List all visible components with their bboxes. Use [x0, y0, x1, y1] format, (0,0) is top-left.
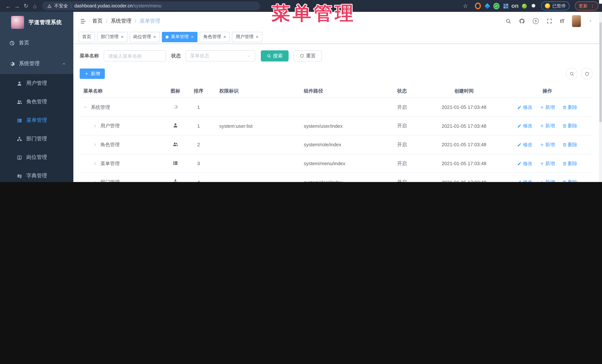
bookmark-star-icon[interactable]: ☆ [463, 3, 468, 9]
row-permission [209, 154, 298, 173]
expand-icon[interactable] [93, 124, 98, 128]
extension-icon[interactable] [503, 3, 509, 9]
extension-icon[interactable]: ✓ [494, 3, 499, 9]
menu-name-input[interactable] [104, 50, 166, 62]
expand-icon[interactable] [93, 161, 98, 166]
browser-back-icon[interactable]: ← [4, 1, 13, 10]
browser-forward-icon[interactable]: → [13, 1, 22, 10]
search-button[interactable]: 搜索 [261, 50, 289, 62]
toggle-search-button[interactable] [566, 68, 578, 80]
page-scrollbar[interactable] [599, 12, 602, 182]
delete-link[interactable]: 删除 [562, 141, 577, 148]
sidebar-item-icon [17, 173, 22, 179]
col-status: 状态 [378, 84, 426, 98]
row-menu-icon [173, 104, 178, 110]
table-row: 部门管理 4 system/dept/index 开启 2021-01-05 1… [80, 173, 593, 182]
add-button[interactable]: 新增 [80, 69, 105, 79]
sidebar-item-post[interactable]: 岗位管理 [0, 148, 73, 167]
browser-update-button[interactable]: 更新⋮ [575, 1, 598, 10]
help-icon[interactable]: ? [533, 18, 539, 24]
extension-icon[interactable]: on [512, 3, 518, 9]
menu-name-label: 菜单名称 [80, 52, 99, 59]
content-area: 首页 / 系统管理 / 菜单管理 ? tT 首页 部门管理 × [73, 12, 599, 182]
table-row: 用户管理 1 system:user:list system/user/inde… [80, 117, 593, 135]
url-text: dashboard.yudao.iocoder.cn/system/menu [75, 3, 161, 9]
app-logo-row[interactable]: 芋道管理系统 [0, 12, 73, 32]
security-label[interactable]: 不安全 [54, 3, 68, 9]
close-icon[interactable]: × [223, 34, 226, 39]
edit-link[interactable]: 修改 [517, 141, 533, 148]
col-component-path: 组件路径 [298, 84, 378, 98]
expand-icon[interactable] [83, 105, 89, 109]
kebab-menu-icon[interactable]: ⋮ [591, 3, 595, 8]
refresh-table-button[interactable] [581, 68, 593, 80]
user-avatar[interactable] [572, 15, 581, 27]
breadcrumb-home[interactable]: 首页 [92, 18, 103, 24]
extension-icon[interactable] [521, 3, 527, 9]
view-tab[interactable]: 岗位管理 × [129, 32, 160, 42]
sidebar-item-icon [9, 61, 15, 66]
sidebar-item-label: 岗位管理 [26, 154, 47, 161]
sidebar-item-users[interactable]: 角色管理 [0, 93, 73, 111]
profile-paused-badge[interactable]: 已暂停 [541, 1, 570, 10]
edit-link[interactable]: 修改 [517, 160, 533, 167]
browser-reload-icon[interactable]: ↻ [22, 1, 30, 10]
row-component-path [298, 98, 378, 117]
delete-link[interactable]: 删除 [562, 160, 577, 167]
add-link[interactable]: 新增 [540, 141, 555, 148]
reset-button[interactable]: 重置 [294, 50, 322, 62]
edit-link[interactable]: 修改 [517, 123, 533, 129]
breadcrumb-system[interactable]: 系统管理 [111, 18, 131, 24]
view-tab[interactable]: 角色管理 × [200, 32, 230, 42]
trash-icon [562, 161, 567, 166]
sidebar-item-user[interactable]: 用户管理 [0, 74, 73, 93]
view-tab[interactable]: 部门管理 × [97, 32, 127, 42]
row-menu-icon [173, 141, 178, 147]
add-link[interactable]: 新增 [540, 179, 555, 182]
extension-icon[interactable] [484, 3, 490, 9]
add-link[interactable]: 新增 [540, 104, 555, 111]
sidebar-item-label: 菜单管理 [26, 117, 47, 124]
extensions-puzzle-icon[interactable] [530, 3, 537, 9]
sidebar-item-icon [17, 99, 22, 104]
delete-link[interactable]: 删除 [562, 179, 577, 182]
address-bar[interactable]: 不安全 | dashboard.yudao.iocoder.cn/system/… [42, 1, 260, 10]
view-tab[interactable]: 菜单管理 × [162, 32, 197, 42]
edit-pencil-icon [517, 105, 522, 110]
add-link[interactable]: 新增 [540, 160, 555, 167]
extension-icon[interactable] [475, 3, 481, 9]
close-icon[interactable]: × [121, 34, 124, 39]
view-tab[interactable]: 首页 [78, 32, 95, 42]
row-component-path: system/menu/index [298, 154, 378, 173]
edit-link[interactable]: 修改 [517, 179, 533, 182]
app-title: 芋道管理系统 [29, 19, 62, 26]
search-icon[interactable] [505, 18, 511, 24]
sidebar-item-dict[interactable]: 字典管理 [0, 167, 73, 182]
status-select[interactable]: 菜单状态 [186, 50, 255, 62]
sidebar-item-gear[interactable]: 系统管理 [0, 53, 73, 74]
fullscreen-icon[interactable] [547, 18, 552, 24]
close-icon[interactable]: × [153, 34, 156, 39]
sidebar-item-dashboard[interactable]: 首页 [0, 32, 73, 53]
font-size-icon[interactable]: tT [560, 18, 564, 24]
edit-link[interactable]: 修改 [517, 104, 533, 111]
close-icon[interactable]: × [256, 34, 258, 39]
row-permission: system:user:list [209, 117, 298, 135]
view-tab[interactable]: 用户管理 × [232, 32, 262, 42]
browser-home-icon[interactable]: ⌂ [30, 1, 39, 10]
delete-link[interactable]: 删除 [562, 123, 577, 129]
add-link[interactable]: 新增 [540, 123, 555, 129]
sidebar-item-menu[interactable]: 菜单管理 [0, 111, 73, 130]
hamburger-icon[interactable] [80, 18, 86, 24]
close-icon[interactable]: × [191, 34, 194, 39]
scrollbar-thumb[interactable] [599, 22, 602, 122]
row-create-time: 2021-01-05 17:03:48 [426, 98, 502, 117]
view-tab-label: 部门管理 [101, 34, 118, 40]
chevron-down-icon[interactable] [589, 19, 592, 23]
delete-link[interactable]: 删除 [562, 104, 577, 111]
sidebar-item-tree[interactable]: 部门管理 [0, 130, 73, 148]
expand-icon[interactable] [93, 180, 98, 182]
github-icon[interactable] [519, 18, 525, 24]
row-order: 2 [188, 135, 209, 154]
expand-icon[interactable] [93, 143, 98, 147]
